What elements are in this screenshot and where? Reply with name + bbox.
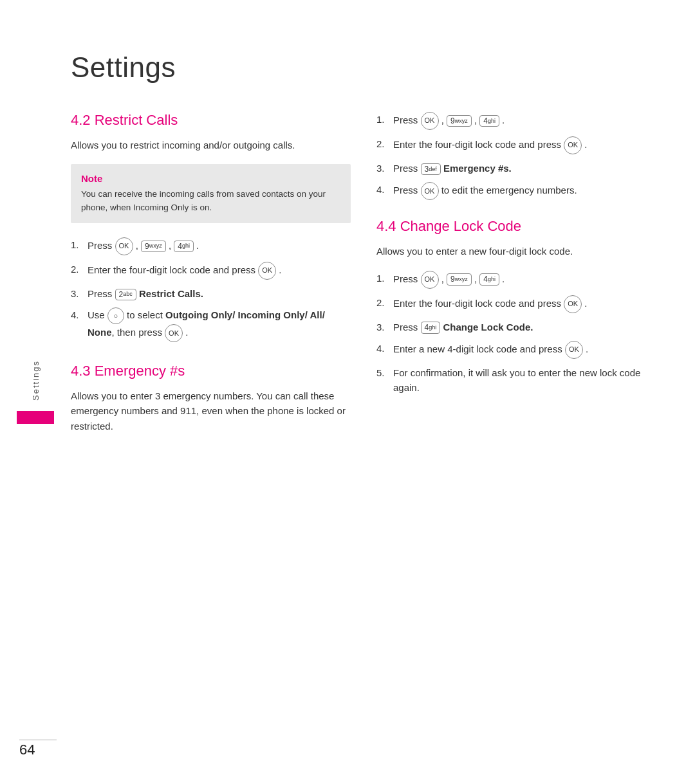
two-column-layout: 4.2 Restrict Calls Allows you to restric… xyxy=(71,112,656,445)
step-44-2: 2. Enter the four-digit lock code and pr… xyxy=(376,295,656,313)
step-43-4: 4. Press OK to edit the emergency number… xyxy=(376,182,656,200)
step-44-4: 4. Enter a new 4-digit lock code and pre… xyxy=(376,341,656,359)
page-number-divider xyxy=(19,740,57,740)
step-42-3: 3. Press 2 abc Restrict Calls. xyxy=(71,286,351,301)
page-container: Settings 64 Settings 4.2 Restrict Calls … xyxy=(0,0,695,784)
main-content: Settings 4.2 Restrict Calls Allows you t… xyxy=(71,51,656,445)
step-43-2: 2. Enter the four-digit lock code and pr… xyxy=(376,136,656,154)
section-43: 4.3 Emergency #s Allows you to enter 3 e… xyxy=(71,363,351,433)
ok-key-43-1: OK xyxy=(421,112,439,130)
section-44-title: 4.4 Change Lock Code xyxy=(376,218,656,235)
9wxyz-key-44: 9 wxyz xyxy=(447,273,472,285)
nav-key: ○ xyxy=(107,307,124,324)
step-42-4: 4. Use ○ to select Outgoing Only/ Incomi… xyxy=(71,307,351,342)
sidebar-text: Settings xyxy=(31,360,41,401)
left-column: 4.2 Restrict Calls Allows you to restric… xyxy=(71,112,351,445)
3def-key: 3 def xyxy=(421,163,441,175)
sidebar-accent-bar xyxy=(17,411,54,424)
section-42: 4.2 Restrict Calls Allows you to restric… xyxy=(71,112,351,342)
9wxyz-key-43: 9 wxyz xyxy=(447,115,472,127)
step-43-1: 1. Press OK , 9 wxyz , 4 ghi . xyxy=(376,112,656,130)
step-42-2: 2. Enter the four-digit lock code and pr… xyxy=(71,262,351,280)
step-43-3: 3. Press 3 def Emergency #s. xyxy=(376,161,656,176)
ok-key-44-2: OK xyxy=(564,295,582,313)
section-44-desc: Allows you to enter a new four-digit loc… xyxy=(376,244,656,259)
4ghi-key-44: 4 ghi xyxy=(479,273,499,285)
4ghi-key: 4 ghi xyxy=(174,241,194,252)
section-44: 4.4 Change Lock Code Allows you to enter… xyxy=(376,218,656,395)
section-43-steps: 1. Press OK , 9 wxyz , 4 ghi . 2. Enter … xyxy=(376,112,656,200)
page-number: 64 xyxy=(19,742,35,758)
step-42-1: 1. Press OK , 9 wxyz , 4 ghi . xyxy=(71,237,351,255)
ok-key-44-4: OK xyxy=(565,341,583,359)
ok-key-44-1: OK xyxy=(421,271,439,289)
note-label: Note xyxy=(81,173,340,184)
step-44-1: 1. Press OK , 9 wxyz , 4 ghi . xyxy=(376,271,656,289)
4ghi-key-43: 4 ghi xyxy=(479,115,499,127)
ok-key-43-2: OK xyxy=(564,136,582,154)
note-text: You can receive the incoming calls from … xyxy=(81,188,340,214)
right-column: 1. Press OK , 9 wxyz , 4 ghi . 2. Enter … xyxy=(376,112,656,445)
step-44-3: 3. Press 4 ghi Change Lock Code. xyxy=(376,320,656,334)
page-title: Settings xyxy=(71,51,656,84)
section-42-desc: Allows you to restrict incoming and/or o… xyxy=(71,138,351,152)
step-44-5: 5. For confirmation, it will ask you to … xyxy=(376,365,656,396)
2abc-key: 2 abc xyxy=(115,289,136,300)
note-box: Note You can receive the incoming calls … xyxy=(71,164,351,223)
ok-key: OK xyxy=(115,237,133,255)
ok-key-43-4: OK xyxy=(421,182,439,200)
section-43-title: 4.3 Emergency #s xyxy=(71,363,351,379)
9wxyz-key: 9 wxyz xyxy=(141,241,166,252)
4ghi-key-44-3: 4 ghi xyxy=(421,322,441,333)
ok-key-2: OK xyxy=(258,262,276,280)
ok-key-3: OK xyxy=(165,324,183,342)
section-43-desc: Allows you to enter 3 emergency numbers.… xyxy=(71,388,351,433)
section-42-title: 4.2 Restrict Calls xyxy=(71,112,351,129)
